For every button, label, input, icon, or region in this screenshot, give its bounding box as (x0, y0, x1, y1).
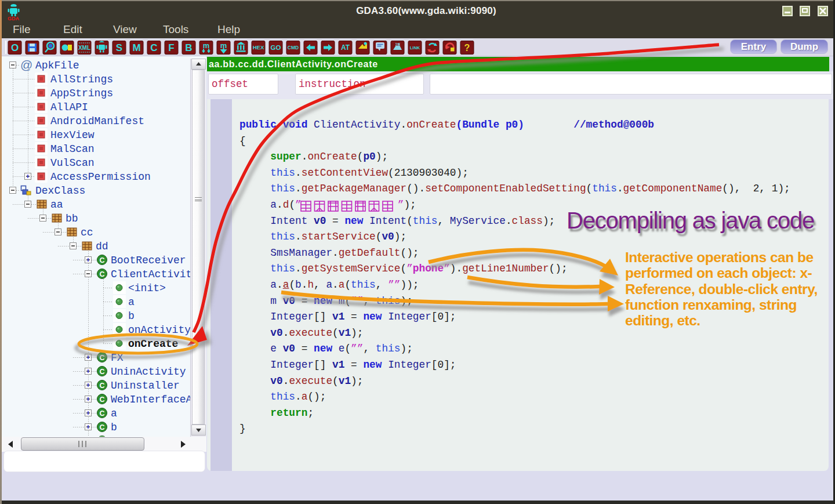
svg-text:C: C (99, 354, 104, 362)
svg-text:C: C (99, 368, 104, 376)
svg-text:C: C (99, 396, 104, 404)
svg-text:O: O (11, 42, 19, 53)
svg-text:FX: FX (111, 352, 124, 364)
svg-text:MalScan: MalScan (50, 143, 95, 155)
svg-text:AllStrings: AllStrings (50, 74, 113, 85)
svg-text:m: m (203, 41, 210, 50)
svg-text:C: C (150, 42, 157, 53)
svg-text:<init>: <init> (128, 282, 166, 294)
svg-text:C: C (99, 423, 104, 432)
svg-text:DexClass: DexClass (35, 185, 85, 197)
svg-text:Uninstaller: Uninstaller (111, 380, 180, 391)
svg-text:a: a (111, 408, 117, 419)
svg-text:C: C (99, 382, 104, 390)
svg-text:VulScan: VulScan (50, 157, 95, 169)
svg-text:AndroidManifest: AndroidManifest (50, 115, 144, 127)
svg-text:dd: dd (96, 241, 108, 252)
svg-text:@: @ (20, 58, 32, 71)
svg-text:S: S (116, 42, 122, 53)
svg-text:cc: cc (81, 227, 93, 238)
svg-text:B: B (185, 42, 192, 53)
svg-text:XML: XML (78, 45, 90, 51)
svg-text:CMD: CMD (288, 45, 299, 50)
svg-text:C: C (99, 409, 104, 418)
svg-text:AppStrings: AppStrings (50, 88, 113, 99)
svg-text:LINK: LINK (410, 45, 420, 50)
svg-text:bb: bb (66, 213, 78, 224)
svg-text:aa: aa (50, 199, 63, 211)
svg-text:GO: GO (271, 44, 281, 51)
svg-text:F: F (168, 42, 174, 53)
svg-text:BootReceiver: BootReceiver (111, 255, 186, 266)
svg-text:ApkFile: ApkFile (35, 60, 79, 71)
svg-text:b: b (111, 422, 117, 433)
svg-text:HexView: HexView (50, 129, 95, 141)
svg-text:C: C (99, 270, 104, 278)
svg-text:?: ? (464, 43, 470, 53)
svg-text:C: C (99, 256, 104, 264)
svg-text:DEX: DEX (393, 42, 402, 46)
svg-text:UninActivity: UninActivity (111, 366, 186, 378)
svg-text:onCreate: onCreate (128, 338, 178, 350)
svg-text:ClientActivity: ClientActivity (111, 269, 198, 280)
svg-text:AllAPI: AllAPI (50, 101, 88, 113)
svg-text:HEX: HEX (253, 44, 264, 50)
svg-text:GDA: GDA (8, 16, 20, 21)
svg-text:AccessPermission: AccessPermission (50, 171, 151, 183)
svg-text:AT: AT (341, 43, 350, 52)
svg-text:M: M (132, 42, 140, 53)
svg-text:b: b (128, 310, 135, 322)
svg-text:a: a (128, 296, 135, 308)
